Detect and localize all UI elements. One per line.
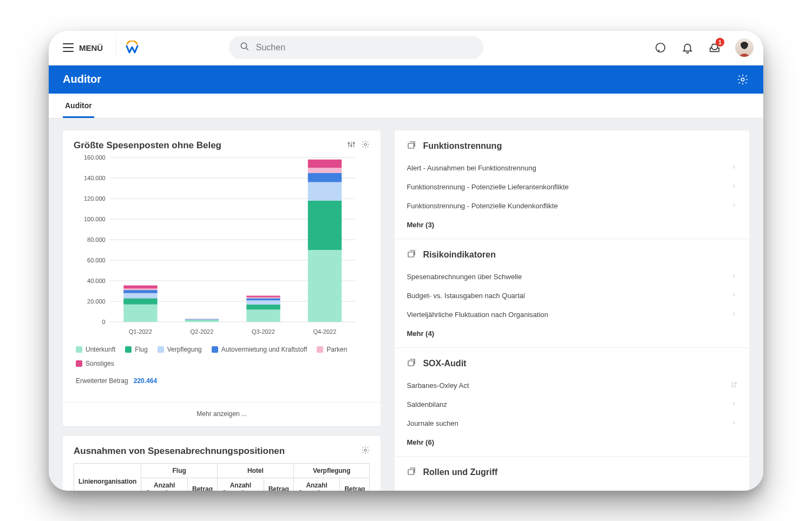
col-sub: Betrag (264, 478, 293, 491)
page-title: Auditor (63, 73, 101, 85)
svg-rect-46 (246, 300, 280, 305)
chart-show-more[interactable]: Mehr anzeigen ... (63, 402, 381, 426)
more-link[interactable]: Mehr (3) (407, 215, 737, 231)
content: Größte Spesenposten ohne Beleg 020.00040… (49, 118, 763, 491)
svg-text:Q2-2022: Q2-2022 (191, 328, 214, 335)
svg-text:60.000: 60.000 (87, 257, 106, 263)
widget-title: Risikoindikatoren (423, 250, 495, 260)
legend-swatch (317, 346, 323, 353)
legend-item[interactable]: Autovermietung und Kraftstoff (212, 346, 307, 353)
exceptions-settings-icon[interactable] (361, 446, 370, 457)
svg-rect-37 (185, 320, 219, 322)
inbox-icon[interactable]: 1 (708, 41, 721, 54)
svg-rect-55 (308, 168, 342, 173)
right-panel: FunktionstrennungAlert - Ausnahmen bei F… (395, 130, 749, 491)
app-logo[interactable] (125, 41, 139, 55)
hamburger-icon (63, 43, 74, 52)
col-sub: Anzahl Ausnahmen (293, 478, 340, 491)
svg-rect-51 (308, 250, 342, 322)
legend-item[interactable]: Parken (317, 346, 347, 353)
report-link[interactable]: Saldenbilanz (407, 395, 737, 414)
svg-text:Q4-2022: Q4-2022 (313, 328, 337, 335)
svg-rect-33 (123, 290, 157, 293)
legend-item[interactable]: Unterkunft (76, 346, 115, 353)
stack-icon (407, 249, 416, 261)
report-link[interactable]: Vierteljährliche Fluktuation nach Organi… (407, 305, 737, 324)
chevron-right-icon (731, 202, 737, 210)
svg-rect-53 (308, 182, 342, 200)
svg-rect-40 (185, 319, 219, 319)
legend-label: Parken (326, 346, 347, 353)
chevron-right-icon (731, 400, 737, 408)
extended-amount-value[interactable]: 220.464 (134, 377, 157, 385)
report-link[interactable]: Alert - Ausnahmen bei Funktionstrennung (407, 159, 737, 177)
report-link[interactable]: Spesenabrechnungen über Schwelle (407, 267, 737, 286)
search-input[interactable] (256, 43, 473, 52)
avatar[interactable] (735, 38, 754, 57)
svg-text:140.000: 140.000 (84, 175, 106, 181)
svg-rect-62 (408, 470, 414, 474)
svg-rect-45 (246, 304, 280, 309)
svg-rect-31 (123, 298, 157, 304)
search-icon (240, 42, 250, 54)
svg-text:0: 0 (102, 319, 106, 325)
svg-text:160.000: 160.000 (84, 154, 106, 161)
notifications-icon[interactable] (681, 41, 694, 54)
report-link[interactable]: Sarbanes-Oxley Act (407, 376, 737, 395)
legend-item[interactable]: Flug (125, 346, 147, 353)
legend-swatch (212, 346, 218, 353)
page-settings-button[interactable] (736, 73, 749, 86)
stacked-bar-chart: 020.00040.00060.00080.000100.000120.0001… (76, 154, 364, 338)
chart-config-icon[interactable] (347, 140, 356, 151)
chevron-right-icon (731, 311, 737, 319)
more-link[interactable]: Mehr (4) (407, 324, 737, 340)
report-link-label: Sarbanes-Oxley Act (407, 381, 469, 390)
svg-text:120.000: 120.000 (84, 195, 106, 202)
more-link[interactable]: Mehr (6) (407, 433, 737, 449)
svg-text:100.000: 100.000 (84, 216, 106, 222)
svg-point-4 (741, 78, 744, 81)
legend-item[interactable]: Verpflegung (158, 346, 202, 353)
svg-rect-35 (123, 285, 157, 288)
report-link[interactable]: Funktionstrennung - Potenzielle Kundenko… (407, 196, 737, 215)
report-link[interactable]: Journale suchen (407, 414, 737, 433)
report-link-label: Journale suchen (407, 419, 458, 427)
svg-text:80.000: 80.000 (87, 236, 106, 243)
col-sub: Betrag (188, 478, 218, 491)
exceptions-title: Ausnahmen von Spesenabrechnungspositione… (74, 446, 285, 457)
stack-icon (407, 466, 416, 478)
report-link-label: Funktionstrennung - Potenzielle Lieferan… (407, 183, 568, 191)
chart-legend: UnterkunftFlugVerpflegungAutovermietung … (74, 338, 370, 373)
menu-button[interactable]: MENÜ (58, 40, 107, 56)
chart-card: Größte Spesenposten ohne Beleg 020.00040… (63, 130, 381, 426)
chevron-right-icon (731, 164, 737, 172)
widget: FunktionstrennungAlert - Ausnahmen bei F… (395, 130, 749, 239)
col-group: Flug (141, 463, 218, 478)
svg-point-0 (241, 43, 247, 49)
report-link-label: Spesenabrechnungen über Schwelle (407, 273, 522, 281)
tabs: Auditor (49, 94, 763, 118)
report-link-label: Vierteljährliche Fluktuation nach Organi… (407, 311, 548, 319)
chart-settings-icon[interactable] (361, 140, 370, 151)
topbar: MENÜ 1 (49, 31, 763, 65)
search-box[interactable] (229, 36, 483, 59)
report-link-label: Funktionstrennung - Potenzielle Kundenko… (407, 202, 558, 210)
col-sub: Betrag (340, 478, 370, 491)
divider (116, 38, 116, 57)
widget-title: Funktionstrennung (423, 141, 502, 151)
widget: RisikoindikatorenSpesenabrechnungen über… (395, 239, 749, 347)
svg-rect-61 (408, 361, 414, 366)
svg-rect-56 (308, 159, 342, 167)
chat-icon[interactable] (654, 41, 667, 54)
report-link[interactable]: Funktionstrennung - Potenzielle Lieferan… (407, 177, 737, 196)
svg-rect-44 (246, 309, 280, 322)
widget-title: Rollen und Zugriff (423, 467, 497, 477)
svg-point-58 (364, 449, 366, 451)
exceptions-card: Ausnahmen von Spesenabrechnungspositione… (63, 436, 381, 491)
svg-rect-47 (246, 298, 280, 300)
legend-item[interactable]: Sonstiges (76, 360, 114, 367)
report-link[interactable]: Budget- vs. Istausgaben nach Quartal (407, 286, 737, 305)
tab-auditor[interactable]: Auditor (63, 101, 94, 118)
legend-swatch (76, 346, 82, 353)
svg-rect-59 (408, 143, 414, 148)
